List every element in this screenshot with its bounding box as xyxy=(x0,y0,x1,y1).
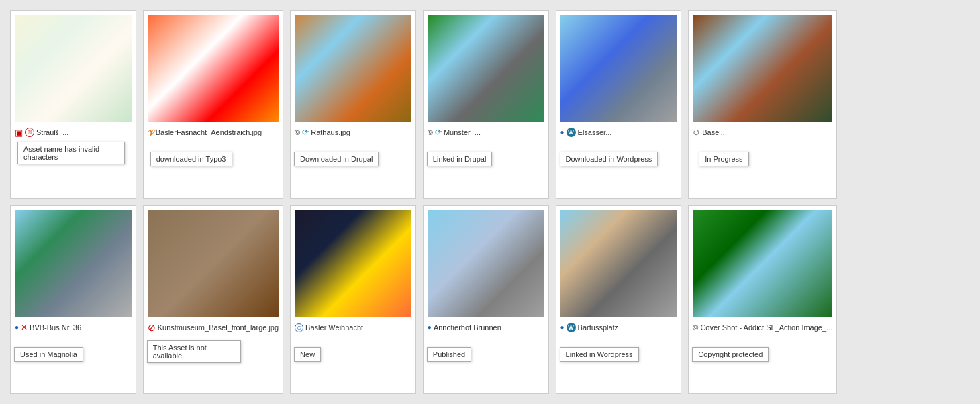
tooltip-11: Linked in Wordpress xyxy=(560,347,639,362)
asset-thumbnail-5 xyxy=(560,15,677,122)
asset-thumbnail-10 xyxy=(428,210,544,317)
asset-card-11[interactable]: ● W Barfüssplatz Linked in Wordpress xyxy=(556,205,682,394)
empty-cell-1 xyxy=(844,10,970,199)
asset-thumbnail-11 xyxy=(560,210,677,317)
asset-thumbnail-2 xyxy=(148,15,279,122)
asset-name-12: Cover Shot - Addict SL_Action Image_... xyxy=(700,323,832,332)
asset-card-12[interactable]: © Cover Shot - Addict SL_Action Image_..… xyxy=(688,205,837,394)
status-icon-7b: ✕ xyxy=(21,323,28,332)
asset-grid: ▣ ® Strauß_... Asset name has invalid ch… xyxy=(0,0,980,404)
asset-footer-11: ● W Barfüssplatz xyxy=(560,320,677,335)
tooltip-8: This Asset is not available. xyxy=(147,340,241,363)
asset-footer-4: © ⟳ Münster_... xyxy=(428,125,544,140)
asset-thumbnail-6 xyxy=(693,15,832,122)
asset-name-7: BVB-Bus Nr. 36 xyxy=(30,323,132,332)
status-icon-2a: 𝒱 xyxy=(148,128,154,137)
asset-name-1: Strauß_... xyxy=(36,128,132,136)
asset-footer-10: ● Annotierhof Brunnen xyxy=(428,320,544,335)
asset-footer-5: ● W Elsässer... xyxy=(560,125,677,140)
status-icon-1a: ▣ xyxy=(15,128,23,137)
asset-thumbnail-7 xyxy=(15,210,132,317)
status-icon-8a: ⊘ xyxy=(148,323,156,332)
asset-card-2[interactable]: 𝒱 BaslerFasnacht_Aendstraich.jpg downloa… xyxy=(143,10,283,199)
tooltip-10: Published xyxy=(427,347,471,362)
status-icon-10a: ● xyxy=(428,324,432,331)
asset-thumbnail-12 xyxy=(693,210,832,317)
status-icon-6a: ↺ xyxy=(693,128,700,137)
asset-card-4[interactable]: © ⟳ Münster_... Linked in Drupal xyxy=(423,10,549,199)
tooltip-9: New xyxy=(294,347,321,362)
asset-footer-2: 𝒱 BaslerFasnacht_Aendstraich.jpg xyxy=(148,125,279,140)
asset-card-3[interactable]: © ⟳ Rathaus.jpg Downloaded in Drupal xyxy=(290,10,416,199)
asset-card-7[interactable]: ● ✕ BVB-Bus Nr. 36 Used in Magnolia xyxy=(10,205,136,394)
asset-footer-1: ▣ ® Strauß_... xyxy=(15,125,132,140)
asset-name-9: Basler Weihnacht xyxy=(305,323,411,332)
tooltip-12: Copyright protected xyxy=(692,347,769,362)
tooltip-7: Used in Magnolia xyxy=(14,347,83,362)
status-icon-7a: ● xyxy=(15,324,19,331)
status-icon-3b: ⟳ xyxy=(302,128,309,136)
asset-name-6: Basel... xyxy=(702,128,832,136)
asset-footer-12: © Cover Shot - Addict SL_Action Image_..… xyxy=(693,320,832,335)
status-icon-12a: © xyxy=(693,324,698,332)
asset-name-3: Rathaus.jpg xyxy=(311,128,411,136)
asset-footer-6: ↺ Basel... xyxy=(693,125,832,140)
status-icon-3a: © xyxy=(295,129,300,136)
status-icon-5b: W xyxy=(567,128,576,137)
status-icon-4b: ⟳ xyxy=(435,128,442,136)
tooltip-3: Downloaded in Drupal xyxy=(294,152,379,166)
tooltip-4: Linked in Drupal xyxy=(427,152,493,166)
asset-card-10[interactable]: ● Annotierhof Brunnen Published xyxy=(423,205,549,394)
status-icon-4a: © xyxy=(428,129,433,136)
tooltip-5: Downloaded in Wordpress xyxy=(560,152,658,166)
asset-footer-9: ○ Basler Weihnacht xyxy=(295,320,411,335)
asset-name-2: BaslerFasnacht_Aendstraich.jpg xyxy=(156,128,279,136)
status-icon-9a: ○ xyxy=(295,323,303,332)
asset-thumbnail-4 xyxy=(428,15,544,122)
asset-thumbnail-9 xyxy=(295,210,411,317)
asset-footer-8: ⊘ Kunstmuseum_Basel_front_large.jpg xyxy=(148,320,279,335)
tooltip-6: In Progress xyxy=(699,152,748,166)
tooltip-1: Asset name has invalid characters xyxy=(17,142,125,164)
asset-name-8: Kunstmuseum_Basel_front_large.jpg xyxy=(158,323,279,332)
asset-card-1[interactable]: ▣ ® Strauß_... Asset name has invalid ch… xyxy=(10,10,136,199)
asset-thumbnail-3 xyxy=(295,15,411,122)
asset-footer-3: © ⟳ Rathaus.jpg xyxy=(295,125,411,140)
asset-name-10: Annotierhof Brunnen xyxy=(434,323,544,332)
status-icon-1b: ® xyxy=(25,128,34,137)
tooltip-2: downloaded in Typo3 xyxy=(150,152,232,166)
asset-footer-7: ● ✕ BVB-Bus Nr. 36 xyxy=(15,320,132,335)
asset-name-4: Münster_... xyxy=(444,128,544,136)
asset-name-5: Elsässer... xyxy=(578,128,677,136)
status-icon-5a: ● xyxy=(560,129,565,136)
asset-name-11: Barfüssplatz xyxy=(578,323,677,332)
asset-thumbnail-8 xyxy=(148,210,279,317)
asset-card-8[interactable]: ⊘ Kunstmuseum_Basel_front_large.jpg This… xyxy=(143,205,283,394)
asset-card-6[interactable]: ↺ Basel... In Progress xyxy=(688,10,837,199)
asset-thumbnail-1 xyxy=(15,15,132,122)
status-icon-11b: W xyxy=(567,323,576,332)
asset-card-9[interactable]: ○ Basler Weihnacht New xyxy=(290,205,416,394)
asset-card-5[interactable]: ● W Elsässer... Downloaded in Wordpress xyxy=(556,10,682,199)
status-icon-11a: ● xyxy=(560,324,565,331)
